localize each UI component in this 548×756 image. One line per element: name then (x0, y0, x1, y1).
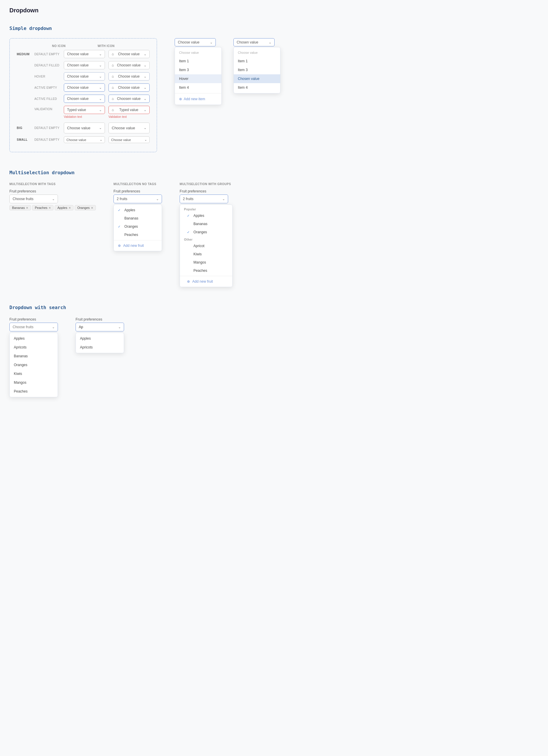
group-item-apricot[interactable]: Apricot (180, 242, 232, 250)
group-item-bananas[interactable]: Bananas (180, 220, 232, 228)
home-icon: ⌂ (112, 52, 114, 56)
dropdown-label: Choose value (118, 86, 139, 90)
multi-dropdown-no-tags[interactable]: 2 fruits ⌄ (113, 195, 162, 203)
state-label-validation: VALIDATION (34, 106, 64, 111)
search-section: Dropdown with search Fruit preferences ⌄… (9, 305, 539, 397)
simple-dropdown-section: Simple dropdown NO ICON WITH ICON MEDIUM… (9, 26, 539, 152)
search-dropdown-2[interactable]: ⌄ (76, 323, 124, 331)
check-icon-empty (118, 233, 122, 237)
menu-item-peaches[interactable]: Peaches (114, 231, 162, 239)
dropdown-label: Choose value (178, 40, 199, 44)
tag-remove-oranges[interactable]: ✕ (91, 206, 93, 209)
menu-item-1b[interactable]: Item 1 (234, 57, 280, 66)
multi-menu-no-tags: ✓ Apples Bananas ✓ Oranges Peaches (113, 204, 162, 251)
multi-col-label-3: MULTISELECTION WITH GROUPS (180, 182, 232, 186)
search-result-apples[interactable]: Apples (76, 334, 124, 343)
search-item-peaches[interactable]: Peaches (10, 387, 58, 396)
menu-item-apples-checked[interactable]: ✓ Apples (114, 206, 162, 214)
dropdown-medium-default-filled-with-icon[interactable]: ⌂ Choosen value ⌄ (108, 61, 150, 69)
menu-item-bananas[interactable]: Bananas (114, 214, 162, 222)
dropdown-big-no-icon[interactable]: Choose value ⌄ (64, 123, 105, 133)
group-item-mangos[interactable]: Mangos (180, 258, 232, 266)
search-section-title: Dropdown with search (9, 305, 539, 310)
dropdown-medium-validation-with-icon[interactable]: ⌂ Typed value ⌄ (108, 106, 150, 114)
search-input-1[interactable] (13, 325, 52, 329)
tag-label: Bananas (12, 206, 25, 209)
search-item-mangos[interactable]: Mangos (10, 378, 58, 387)
menu-item-4[interactable]: Item 4 (175, 83, 221, 92)
dropdown-medium-active-empty-no-icon[interactable]: Choose value ⌄ (64, 83, 105, 92)
multi-dropdown-groups[interactable]: 2 fruits ⌄ (180, 195, 228, 203)
check-icon: ✓ (118, 225, 122, 229)
search-dropdown-1[interactable]: ⌄ (9, 323, 58, 331)
item-label: Bananas (124, 216, 138, 220)
dropdown-medium-default-empty-no-icon[interactable]: Choose value ⌄ (64, 50, 105, 58)
multi-col-tags: MULTISELECTION WITH TAGS Fruit preferenc… (9, 182, 96, 210)
search-item-oranges[interactable]: Oranges (10, 361, 58, 369)
row-medium-active-empty: ACTIVE EMPTY Choose value ⌄ ⌂ Choose val… (17, 83, 150, 92)
home-icon: ⌂ (112, 63, 114, 67)
dropdown-big-with-icon[interactable]: Choose value ⌄ (108, 123, 150, 133)
dropdown-open-trigger-1[interactable]: Choose value ⌄ (175, 38, 216, 46)
menu-item-oranges-checked[interactable]: ✓ Oranges (114, 222, 162, 231)
search-input-2[interactable] (79, 325, 118, 329)
dropdown-medium-hover-no-icon[interactable]: Choose value ⌄ (64, 72, 105, 81)
tag-remove-apples[interactable]: ✕ (68, 206, 71, 209)
menu-item-3[interactable]: Item 3 (175, 66, 221, 74)
group-item-kiwis[interactable]: Kiwis (180, 250, 232, 258)
check-icon: ✓ (187, 214, 191, 218)
dropdown-medium-active-filled-no-icon[interactable]: Chosen value ⌄ (64, 95, 105, 103)
check-icon-empty (187, 252, 191, 256)
home-icon: ⌂ (112, 108, 114, 112)
group-item-oranges[interactable]: ✓ Oranges (180, 228, 232, 236)
dropdown-medium-active-filled-with-icon[interactable]: ⌂ Choosen value ⌄ (108, 95, 150, 103)
dropdown-medium-default-empty-with-icon[interactable]: ⌂ Choose value ⌄ (108, 50, 150, 58)
menu-add-new-fruit-groups[interactable]: ⊕ Add new fruit (180, 277, 232, 286)
menu-add-new[interactable]: ⊕ Add new item (175, 95, 221, 103)
chevron-down-icon: ⌄ (52, 197, 55, 201)
dropdown-label: Chosen value (237, 40, 258, 44)
group-item-apples[interactable]: ✓ Apples (180, 212, 232, 220)
state-label-small-default-empty: DEFAULT EMPTY (34, 138, 64, 141)
dropdown-label: Choose value (111, 138, 131, 142)
menu-item-3b[interactable]: Item 3 (234, 66, 280, 74)
dropdown-medium-hover-with-icon[interactable]: ⌂ Choose value ⌄ (108, 72, 150, 81)
tag-label: Oranges (77, 206, 90, 209)
home-icon: ⌂ (112, 74, 114, 78)
dropdown-medium-validation-no-icon[interactable]: Typed value ⌄ (64, 106, 105, 114)
controls-big: Choose value ⌄ Choose value ⌄ (64, 123, 150, 133)
controls-medium-active-filled: Chosen value ⌄ ⌂ Choosen value ⌄ (64, 95, 150, 103)
dropdown-small-with-icon[interactable]: Choose value ⌄ (108, 136, 150, 143)
chevron-down-icon: ⌄ (99, 108, 102, 112)
menu-item-4b[interactable]: Item 4 (234, 83, 280, 92)
search-grid: Fruit preferences ⌄ Apples Apricots Bana… (9, 317, 539, 397)
dropdown-small-no-icon[interactable]: Choose value ⌄ (64, 136, 105, 143)
menu-item-1[interactable]: Item 1 (175, 57, 221, 66)
chevron-down-icon: ⌄ (144, 138, 147, 142)
add-new-label: Add new item (184, 97, 205, 101)
row-medium-default-empty: MEDIUM DEFAULT EMPTY Choose value ⌄ ⌂ Ch… (17, 50, 150, 58)
menu-item-hover[interactable]: Hover (175, 74, 221, 83)
dropdown-medium-active-empty-with-icon[interactable]: ⌂ Choose value ⌄ (108, 83, 150, 92)
search-item-bananas[interactable]: Bananas (10, 352, 58, 361)
multi-dropdown-tags[interactable]: Choose fruits ⌄ (9, 195, 58, 203)
dropdown-medium-default-filled-no-icon[interactable]: Chosen value ⌄ (64, 61, 105, 69)
check-icon: ✓ (118, 208, 122, 212)
multi-col-groups: MULTISELECTION WITH GROUPS Fruit prefere… (180, 182, 232, 287)
menu-item-chosen[interactable]: Chosen value (234, 74, 280, 83)
menu-add-new-fruit[interactable]: ⊕ Add new fruit (114, 242, 162, 250)
page: Dropdown Simple dropdown NO ICON WITH IC… (0, 0, 548, 422)
group-item-peaches[interactable]: Peaches (180, 266, 232, 275)
dropdown-label: Typed value (119, 108, 138, 112)
dropdown-open-trigger-2[interactable]: Chosen value ⌄ (233, 38, 275, 46)
search-result-apricots[interactable]: Apricots (76, 343, 124, 352)
search-item-apricots[interactable]: Apricots (10, 343, 58, 352)
search-item-apples[interactable]: Apples (10, 334, 58, 343)
add-new-label: Add new fruit (192, 279, 213, 284)
dropdown-label: Chosen value (67, 63, 88, 67)
simple-section-title: Simple dropdown (9, 26, 539, 31)
chevron-down-icon: ⌄ (100, 138, 102, 142)
tag-remove-peaches[interactable]: ✕ (48, 206, 51, 209)
tag-remove-bananas[interactable]: ✕ (26, 206, 28, 209)
search-item-kiwis[interactable]: Kiwis (10, 369, 58, 378)
